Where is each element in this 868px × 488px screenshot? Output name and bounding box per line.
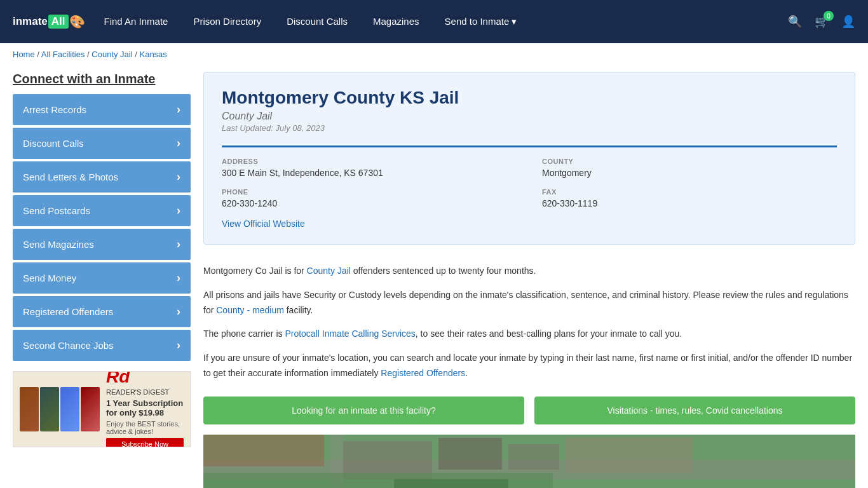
ad-book-covers [20, 387, 100, 431]
breadcrumb: Home / All Facilities / County Jail / Ka… [0, 43, 868, 65]
county-jail-link[interactable]: County Jail [307, 266, 351, 276]
ad-text: Rd READER'S DIGEST 1 Year Subscription f… [106, 371, 184, 447]
phone-label: PHONE [222, 188, 517, 196]
chevron-right-icon: › [177, 271, 180, 285]
desc-p4: If you are unsure of your inmate's locat… [203, 351, 855, 381]
nav-prison-directory[interactable]: Prison Directory [193, 16, 261, 27]
ad-brand: READER'S DIGEST [106, 388, 184, 396]
ad-book-4 [81, 387, 100, 431]
breadcrumb-all-facilities[interactable]: All Facilities [41, 50, 85, 59]
sidebar-item-label: Registered Offenders [23, 306, 113, 317]
sidebar-item-registered-offenders[interactable]: Registered Offenders › [13, 296, 191, 327]
breadcrumb-home[interactable]: Home [13, 50, 35, 59]
sidebar-item-label: Send Magazines [23, 239, 94, 250]
svg-rect-5 [438, 438, 502, 470]
sidebar-item-send-letters[interactable]: Send Letters & Photos › [13, 161, 191, 193]
nav-send-to-inmate[interactable]: Send to Inmate ▾ [445, 16, 517, 27]
protocall-link[interactable]: Protocall Inmate Calling Services [285, 329, 415, 339]
sidebar-item-send-postcards[interactable]: Send Postcards › [13, 195, 191, 226]
ad-tagline: Enjoy the BEST stories, advice & jokes! [106, 420, 184, 435]
detail-county-col: COUNTY Montgomery FAX 620-330-1119 [542, 158, 837, 229]
sidebar: Connect with an Inmate Arrest Records › … [13, 72, 191, 488]
chevron-right-icon: › [177, 238, 180, 251]
navbar: inmate All 🎨 Find An Inmate Prison Direc… [0, 0, 868, 43]
svg-rect-7 [566, 438, 693, 473]
detail-address-col: ADDRESS 300 E Main St, Independence, KS … [222, 158, 517, 229]
chevron-right-icon: › [177, 170, 180, 184]
facility-description: Montgomery Co Jail is for County Jail of… [203, 257, 855, 396]
chevron-right-icon: › [177, 137, 180, 150]
sidebar-item-send-magazines[interactable]: Send Magazines › [13, 229, 191, 260]
action-buttons: Looking for an inmate at this facility? … [203, 396, 855, 424]
registered-offenders-link[interactable]: Registered Offenders [381, 368, 465, 378]
desc-p1: Montgomery Co Jail is for County Jail of… [203, 264, 855, 279]
user-button[interactable]: 👤 [841, 15, 855, 29]
breadcrumb-county-jail[interactable]: County Jail [92, 50, 132, 59]
nav-icons: 🔍 🛒 0 👤 [788, 15, 855, 29]
address-value: 300 E Main St, Independence, KS 67301 [222, 168, 517, 178]
aerial-svg [203, 435, 855, 488]
chevron-right-icon: › [177, 103, 180, 116]
sidebar-item-send-money[interactable]: Send Money › [13, 262, 191, 294]
facility-details: ADDRESS 300 E Main St, Independence, KS … [222, 146, 837, 229]
sidebar-item-label: Second Chance Jobs [23, 340, 114, 351]
nav-links: Find An Inmate Prison Directory Discount… [104, 16, 788, 27]
county-label: COUNTY [542, 158, 837, 165]
facility-card: Montgomery County KS Jail County Jail La… [203, 72, 855, 245]
ad-book-1 [20, 387, 39, 431]
sidebar-item-label: Send Money [23, 273, 76, 283]
svg-rect-3 [203, 435, 324, 466]
main-content: Montgomery County KS Jail County Jail La… [203, 72, 855, 488]
desc-p2: All prisons and jails have Security or C… [203, 288, 855, 318]
sidebar-item-label: Send Letters & Photos [23, 172, 118, 182]
aerial-image [203, 435, 855, 488]
county-value: Montgomery [542, 168, 837, 178]
fax-value: 620-330-1119 [542, 198, 837, 208]
phone-value: 620-330-1240 [222, 198, 517, 208]
ad-logo: Rd [106, 371, 184, 386]
official-website-link[interactable]: View Official Website [222, 219, 305, 229]
visitations-button[interactable]: Visitations - times, rules, Covid cancel… [534, 396, 855, 424]
search-button[interactable]: 🔍 [788, 15, 802, 29]
sidebar-item-label: Send Postcards [23, 205, 90, 216]
logo[interactable]: inmate All 🎨 [13, 14, 85, 29]
sidebar-item-label: Arrest Records [23, 104, 86, 115]
sidebar-item-discount-calls[interactable]: Discount Calls › [13, 128, 191, 159]
cart-badge: 0 [824, 11, 834, 21]
desc-p3: The phone carrier is Protocall Inmate Ca… [203, 327, 855, 342]
svg-rect-6 [508, 444, 559, 470]
chevron-right-icon: › [177, 339, 180, 352]
sidebar-item-arrest-records[interactable]: Arrest Records › [13, 94, 191, 125]
chevron-right-icon: › [177, 204, 180, 217]
facility-name: Montgomery County KS Jail [222, 88, 837, 108]
ad-book-3 [60, 387, 79, 431]
nav-magazines[interactable]: Magazines [373, 16, 419, 27]
svg-rect-9 [394, 479, 508, 488]
fax-label: FAX [542, 188, 837, 196]
facility-type: County Jail [222, 111, 837, 122]
chevron-right-icon: › [177, 305, 180, 318]
ad-subscribe-button[interactable]: Subscribe Now [106, 438, 184, 447]
nav-discount-calls[interactable]: Discount Calls [287, 16, 348, 27]
cart-button[interactable]: 🛒 0 [815, 15, 829, 29]
sidebar-title: Connect with an Inmate [13, 72, 191, 86]
sidebar-item-second-chance-jobs[interactable]: Second Chance Jobs › [13, 330, 191, 361]
nav-find-inmate[interactable]: Find An Inmate [104, 16, 168, 27]
facility-last-updated: Last Updated: July 08, 2023 [222, 123, 837, 133]
address-label: ADDRESS [222, 158, 517, 165]
ad-price: 1 Year Subscription for only $19.98 [106, 398, 184, 417]
main-layout: Connect with an Inmate Arrest Records › … [0, 65, 868, 488]
sidebar-advertisement: Rd READER'S DIGEST 1 Year Subscription f… [13, 371, 191, 447]
county-medium-link[interactable]: County - medium [216, 305, 284, 315]
sidebar-item-label: Discount Calls [23, 138, 84, 149]
find-inmate-button[interactable]: Looking for an inmate at this facility? [203, 396, 524, 424]
ad-book-2 [40, 387, 59, 431]
breadcrumb-kansas[interactable]: Kansas [139, 50, 166, 59]
